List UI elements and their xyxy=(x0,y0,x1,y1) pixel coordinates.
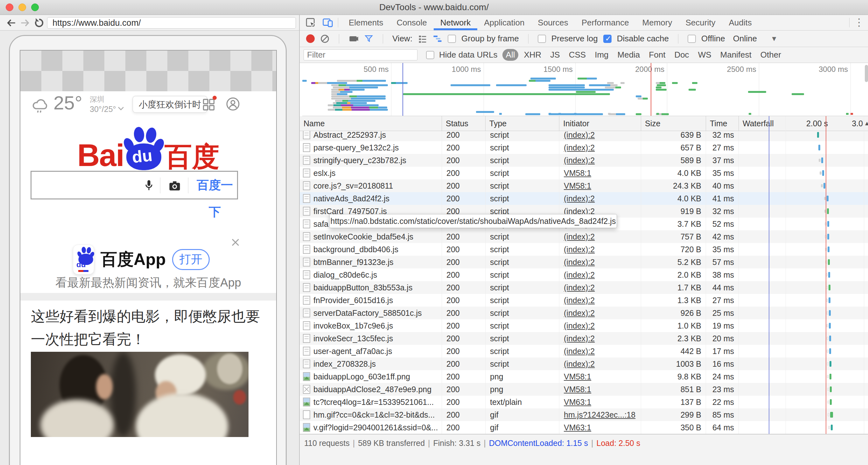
table-row[interactable]: baiduappButton_83b553a.js200script(index… xyxy=(300,281,868,294)
column-header-time[interactable]: Time xyxy=(706,116,739,131)
ad-movie-image[interactable] xyxy=(31,352,248,437)
filter-chip-doc[interactable]: Doc xyxy=(671,49,692,61)
tab-elements[interactable]: Elements xyxy=(342,15,390,30)
device-toolbar-icon[interactable] xyxy=(321,16,334,29)
camera-icon[interactable] xyxy=(168,179,182,193)
disable-cache-label[interactable]: Disable cache xyxy=(617,34,669,43)
chevron-down-icon[interactable] xyxy=(116,103,126,113)
open-app-button[interactable]: 打开 xyxy=(172,249,210,270)
initiator-link[interactable]: (index):2 xyxy=(564,283,595,292)
table-row[interactable]: eslx.js200scriptVM58:14.0 KB35 ms xyxy=(300,167,868,179)
filter-chip-all[interactable]: All xyxy=(502,49,519,61)
initiator-link[interactable]: (index):2 xyxy=(564,359,595,368)
group-by-frame-label[interactable]: Group by frame xyxy=(461,34,519,43)
initiator-link[interactable]: (index):2 xyxy=(564,131,595,139)
record-button[interactable] xyxy=(306,34,315,43)
table-row[interactable]: core.js?_sv=20180811200scriptVM58:124.3 … xyxy=(300,179,868,192)
table-row[interactable]: setInvokeCookie_bdaf5e4.js200script(inde… xyxy=(300,230,868,243)
view-list-icon[interactable] xyxy=(418,34,427,43)
tab-sources[interactable]: Sources xyxy=(531,15,575,30)
filter-chip-xhr[interactable]: XHR xyxy=(520,49,545,61)
tab-application[interactable]: Application xyxy=(477,15,531,30)
reload-icon[interactable] xyxy=(33,17,45,29)
tab-performance[interactable]: Performance xyxy=(575,15,636,30)
table-row[interactable]: stringify-query_c23b782.js200script(inde… xyxy=(300,154,868,167)
kebab-menu-icon[interactable]: ⋮ xyxy=(854,16,865,28)
table-row[interactable]: baiduappLogo_603e1ff.png200pngVM58:19.8 … xyxy=(300,370,868,383)
initiator-link[interactable]: hm.js?12423ec...:18 xyxy=(564,410,636,419)
weather-city[interactable]: 深圳 xyxy=(90,95,104,104)
offline-checkbox[interactable] xyxy=(688,35,696,43)
table-row[interactable]: nativeAds_8ad24f2.js200script(index):24.… xyxy=(300,192,868,205)
filter-chip-img[interactable]: Img xyxy=(591,49,612,61)
inspect-element-icon[interactable] xyxy=(304,16,317,29)
column-header-status[interactable]: Status xyxy=(442,116,486,131)
view-waterfall-icon[interactable] xyxy=(433,34,442,43)
table-row[interactable]: index_2708328.js200script(index):21003 B… xyxy=(300,358,868,370)
tab-audits[interactable]: Audits xyxy=(722,15,758,30)
initiator-link[interactable]: VM58:1 xyxy=(564,372,591,381)
search-box[interactable]: 百度一下 xyxy=(31,171,238,199)
initiator-link[interactable]: (index):2 xyxy=(564,245,595,254)
table-row[interactable]: serverDataFactory_588501c.js200script(in… xyxy=(300,307,868,319)
table-row[interactable]: invokeSecr_13c5fec.js200script(index):22… xyxy=(300,332,868,345)
tab-console[interactable]: Console xyxy=(390,15,433,30)
initiator-link[interactable]: VM63:1 xyxy=(564,398,591,406)
ad-headline[interactable]: 这些好看到爆的电影，即便憋尿也要一次性把它看完！ xyxy=(31,305,263,351)
filter-funnel-icon[interactable] xyxy=(364,34,374,43)
column-header-initiator[interactable]: Initiator xyxy=(559,116,641,131)
initiator-link[interactable]: (index):2 xyxy=(564,143,595,152)
hide-data-urls-checkbox[interactable] xyxy=(426,51,434,59)
initiator-link[interactable]: (index):2 xyxy=(564,258,595,267)
back-icon[interactable] xyxy=(5,17,17,29)
table-row[interactable]: background_dbdb406.js200script(index):27… xyxy=(300,243,868,256)
initiator-link[interactable]: (index):2 xyxy=(564,347,595,356)
table-row[interactable]: dialog_c80de6c.js200script(index):22.0 K… xyxy=(300,268,868,281)
filter-chip-css[interactable]: CSS xyxy=(565,49,589,61)
table-row[interactable]: baiduappAdClose2_487e9e9.png200pngVM58:1… xyxy=(300,383,868,396)
initiator-link[interactable]: (index):2 xyxy=(564,321,595,330)
preserve-log-label[interactable]: Preserve log xyxy=(551,34,598,43)
close-icon[interactable] xyxy=(230,237,241,248)
column-header-waterfall[interactable]: Waterfall2.00 s3.0▲ xyxy=(739,116,868,131)
initiator-link[interactable]: (index):2 xyxy=(564,270,595,279)
column-header-name[interactable]: Name xyxy=(300,116,442,131)
initiator-link[interactable]: (index):2 xyxy=(564,296,595,305)
throttling-select[interactable]: Online xyxy=(733,34,757,43)
table-row[interactable]: btmBanner_f91323e.js200script(index):25.… xyxy=(300,256,868,268)
table-row[interactable]: fnProvider_6015d16.js200script(index):21… xyxy=(300,294,868,307)
filter-chip-font[interactable]: Font xyxy=(645,49,669,61)
group-by-frame-checkbox[interactable] xyxy=(448,35,456,43)
search-button[interactable]: 百度一下 xyxy=(192,172,237,225)
hide-data-urls-label[interactable]: Hide data URLs xyxy=(439,50,498,60)
initiator-link[interactable]: (index):2 xyxy=(564,308,595,318)
tab-security[interactable]: Security xyxy=(679,15,722,30)
dropdown-arrow-icon[interactable]: ▼ xyxy=(771,35,778,43)
offline-label[interactable]: Offline xyxy=(701,34,725,43)
disable-cache-checkbox[interactable] xyxy=(603,35,612,43)
column-header-size[interactable]: Size xyxy=(641,116,706,131)
initiator-link[interactable]: (index):2 xyxy=(564,194,595,203)
initiator-link[interactable]: VM58:1 xyxy=(564,181,591,190)
filter-chip-media[interactable]: Media xyxy=(614,49,644,61)
table-row[interactable]: hm.gif?cc=0&ck=1&cl=32-bit&ds...200gifhm… xyxy=(300,408,868,421)
filter-chip-ws[interactable]: WS xyxy=(694,49,715,61)
table-row[interactable]: invokeBox_1b7c9e6.js200script(index):21.… xyxy=(300,319,868,332)
initiator-link[interactable]: VM63:1 xyxy=(564,423,591,432)
mic-icon[interactable] xyxy=(142,179,156,192)
network-overview[interactable]: 500 ms1000 ms1500 ms2000 ms2500 ms3000 m… xyxy=(302,63,868,116)
table-row[interactable]: v.gif?logid=2904001261&ssid=0&...200gifV… xyxy=(300,421,868,434)
tab-network[interactable]: Network xyxy=(434,15,477,30)
tab-memory[interactable]: Memory xyxy=(636,15,679,30)
filter-chip-other[interactable]: Other xyxy=(757,49,785,61)
filter-input[interactable] xyxy=(304,49,417,60)
initiator-link[interactable]: (index):2 xyxy=(564,334,595,343)
scrollbar-thumb[interactable] xyxy=(865,65,868,82)
initiator-link[interactable]: VM58:1 xyxy=(564,169,591,177)
clear-icon[interactable] xyxy=(320,34,330,43)
profile-icon[interactable] xyxy=(225,96,241,112)
table-row[interactable]: tc?tcreq4log=1&r=15339521061...200text/p… xyxy=(300,396,868,408)
table-row[interactable]: parse-query_9e132c2.js200script(index):2… xyxy=(300,141,868,154)
weather-temp[interactable]: 25° xyxy=(54,92,83,114)
initiator-link[interactable]: VM58:1 xyxy=(564,385,591,394)
